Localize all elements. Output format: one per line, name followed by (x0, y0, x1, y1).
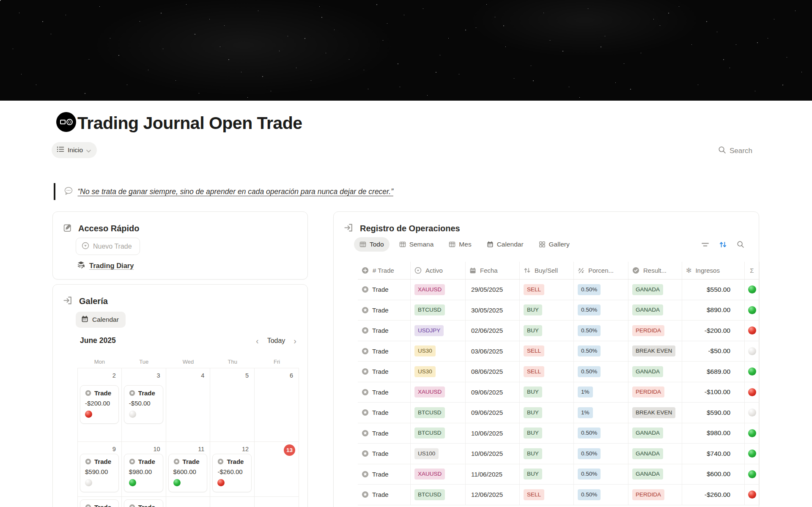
table-row[interactable]: TradeBTCUSD30/05/2025BUY0.50%GANADA$890.… (358, 300, 760, 321)
cell-fecha[interactable]: 10/06/2025 (466, 423, 520, 444)
cell-ingresos[interactable]: -$200.00 (682, 321, 745, 341)
calendar-event-card[interactable]: Trade$590.00 (80, 454, 119, 492)
cell-ingresos[interactable]: $890.00 (682, 300, 745, 321)
cell-estado[interactable] (745, 341, 760, 362)
table-row[interactable]: TradeXAUUSD29/05/2025SELL0.50%GANADA$550… (358, 280, 760, 300)
trading-diary-link[interactable]: Trading Diary (77, 260, 134, 271)
cell-activo[interactable]: XAUUSD (411, 280, 466, 300)
column-header-porcen-[interactable]: Porcen... (574, 262, 628, 279)
table-row[interactable]: TradeXAUUSD09/06/2025BUY1%PERDIDA-$100.0… (358, 382, 760, 403)
calendar-event-card[interactable]: Trade-$260.00 (212, 454, 252, 492)
cell-porcentaje[interactable]: 0.50% (574, 280, 628, 300)
cell-fecha[interactable]: 30/05/2025 (466, 300, 520, 321)
cell-estado[interactable] (745, 423, 760, 444)
cell-buysell[interactable]: BUY (520, 444, 574, 464)
cell-buysell[interactable]: BUY (520, 300, 574, 321)
cell-buysell[interactable]: BUY (520, 321, 574, 341)
cell-estado[interactable] (745, 485, 760, 505)
cell-trade[interactable]: Trade (358, 464, 411, 485)
calendar-day-cell[interactable]: Trade (122, 497, 166, 507)
table-row[interactable]: TradeBTCUSD12/06/2025SELL0.50%PERDIDA-$2… (358, 485, 760, 505)
calendar-event-card[interactable]: Trade$600.00 (168, 454, 208, 492)
cell-ingresos[interactable]: $550.00 (682, 280, 745, 300)
cell-resultado[interactable]: GANADA (628, 280, 682, 300)
view-tab-gallery[interactable]: Gallery (533, 237, 575, 252)
calendar-event-card[interactable]: Trade-$200.00 (80, 385, 119, 424)
today-button[interactable]: Today (267, 337, 285, 345)
calendar-event-card[interactable]: Trade (124, 499, 163, 507)
cell-trade[interactable]: Trade (358, 403, 411, 423)
filter-icon[interactable] (701, 241, 709, 248)
cell-fecha[interactable]: 11/06/2025 (466, 464, 520, 485)
cell-estado[interactable] (745, 403, 760, 423)
cell-porcentaje[interactable]: 0.50% (574, 341, 628, 362)
cell-ingresos[interactable]: $590.00 (682, 403, 745, 423)
table-row[interactable]: TradeUS10010/06/2025BUY0.50%GANADA$740.0… (358, 444, 760, 464)
page-icon[interactable] (56, 112, 76, 132)
calendar-day-cell-13[interactable]: 13 (255, 442, 299, 496)
cell-buysell[interactable]: SELL (520, 280, 574, 300)
calendar-day-cell-10[interactable]: 10Trade$980.00 (122, 442, 166, 496)
cell-estado[interactable] (745, 280, 760, 300)
column-header--[interactable]: Σ (745, 262, 760, 279)
calendar-event-card[interactable]: Trade (80, 499, 119, 507)
calendar-day-cell-12[interactable]: 12Trade-$260.00 (210, 442, 255, 496)
calendar-view-button[interactable]: Calendar (76, 312, 126, 328)
cell-resultado[interactable]: GANADA (628, 464, 682, 485)
cell-fecha[interactable]: 02/06/2025 (466, 321, 520, 341)
cell-buysell[interactable]: BUY (520, 403, 574, 423)
prev-month-chevron[interactable]: ‹ (256, 337, 259, 345)
cell-resultado[interactable]: GANADA (628, 300, 682, 321)
cell-activo[interactable]: USDJPY (411, 321, 466, 341)
cell-trade[interactable]: Trade (358, 280, 411, 300)
search-button[interactable]: Search (718, 146, 752, 156)
view-tab-todo[interactable]: Todo (354, 237, 390, 252)
cell-porcentaje[interactable]: 0.50% (574, 485, 628, 505)
cell-ingresos[interactable]: $689.00 (682, 362, 745, 382)
cell-trade[interactable]: Trade (358, 341, 411, 362)
column-header-fecha[interactable]: Fecha (466, 262, 520, 279)
cell-resultado[interactable]: BREAK EVEN (628, 403, 682, 423)
cell-activo[interactable]: US100 (411, 444, 466, 464)
cell-resultado[interactable]: BREAK EVEN (628, 341, 682, 362)
cell-porcentaje[interactable]: 0.50% (574, 444, 628, 464)
cell-estado[interactable] (745, 464, 760, 485)
cell-trade[interactable]: Trade (358, 382, 411, 403)
cell-activo[interactable]: BTCUSD (411, 300, 466, 321)
cell-activo[interactable]: XAUUSD (411, 382, 466, 403)
cell-estado[interactable] (745, 300, 760, 321)
cell-resultado[interactable]: PERDIDA (628, 382, 682, 403)
cell-porcentaje[interactable]: 1% (574, 382, 628, 403)
calendar-event-card[interactable]: Trade-$50.00 (124, 385, 163, 424)
column-header--trade[interactable]: # Trade (358, 262, 411, 279)
table-row[interactable]: TradeBTCUSD09/06/2025BUY1%BREAK EVEN$590… (358, 403, 760, 423)
cell-porcentaje[interactable]: 1% (574, 403, 628, 423)
cell-fecha[interactable]: 09/06/2025 (466, 382, 520, 403)
cell-fecha[interactable]: 03/06/2025 (466, 341, 520, 362)
cell-activo[interactable]: US30 (411, 362, 466, 382)
cell-trade[interactable]: Trade (358, 300, 411, 321)
cell-trade[interactable]: Trade (358, 321, 411, 341)
cell-buysell[interactable]: SELL (520, 362, 574, 382)
calendar-day-cell-11[interactable]: 11Trade$600.00 (166, 442, 211, 496)
cell-buysell[interactable]: SELL (520, 485, 574, 505)
cell-ingresos[interactable]: -$260.00 (682, 485, 745, 505)
cell-buysell[interactable]: BUY (520, 382, 574, 403)
cell-ingresos[interactable]: -$100.00 (682, 382, 745, 403)
cell-estado[interactable] (745, 382, 760, 403)
calendar-day-cell-5[interactable]: 5 (210, 368, 255, 441)
cell-fecha[interactable]: 29/05/2025 (466, 280, 520, 300)
next-month-chevron[interactable]: › (294, 337, 296, 345)
view-tab-mes[interactable]: Mes (443, 237, 477, 252)
cell-porcentaje[interactable]: 0.50% (574, 362, 628, 382)
view-tab-calendar[interactable]: Calendar (481, 237, 529, 252)
cell-buysell[interactable]: SELL (520, 341, 574, 362)
cell-fecha[interactable]: 10/06/2025 (466, 444, 520, 464)
cell-ingresos[interactable]: $980.00 (682, 423, 745, 444)
cell-porcentaje[interactable]: 0.50% (574, 321, 628, 341)
cell-resultado[interactable]: GANADA (628, 444, 682, 464)
calendar-day-cell-2[interactable]: 2Trade-$200.00 (77, 368, 122, 441)
column-header-activo[interactable]: Activo (411, 262, 466, 279)
calendar-day-cell-3[interactable]: 3Trade-$50.00 (122, 368, 166, 441)
table-row[interactable]: TradeUS3003/06/2025SELL0.50%BREAK EVEN-$… (358, 341, 760, 362)
